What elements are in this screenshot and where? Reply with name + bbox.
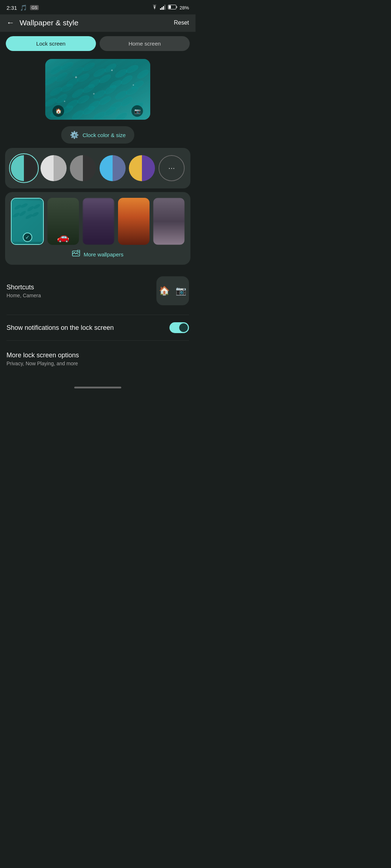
svg-rect-2	[163, 6, 164, 10]
svg-point-65	[73, 252, 75, 254]
spotify-icon: 🎵	[20, 4, 27, 11]
clock-color-label: Clock color & size	[83, 132, 126, 138]
more-colors-button[interactable]: ···	[159, 155, 185, 181]
home-shortcut-icon: 🏠	[52, 105, 64, 117]
color-option-1[interactable]	[11, 155, 37, 181]
shortcuts-text: Shortcuts Home, Camera	[7, 284, 41, 298]
svg-rect-6	[176, 6, 177, 8]
wallpaper-grid-section: ✓ 🚗	[5, 192, 190, 265]
color-option-2[interactable]	[41, 155, 67, 181]
svg-text:✦: ✦	[63, 100, 66, 103]
signal-icon	[160, 5, 166, 11]
shortcuts-icons-box[interactable]: 🏠 📷	[156, 276, 189, 305]
svg-text:✦: ✦	[110, 68, 113, 72]
wallpaper-thumb-1[interactable]: ✓	[11, 198, 44, 245]
wallpaper-grid: ✓ 🚗	[11, 198, 185, 245]
wallpaper-preview-wrap: ✦ ✦ ✦ ✦ ✦ 🏠 📷	[0, 55, 196, 122]
more-wallpapers-label: More wallpapers	[84, 251, 123, 258]
battery-icon	[168, 5, 177, 10]
bottom-bar	[0, 381, 196, 393]
home-icon: 🏠	[159, 286, 170, 296]
back-button[interactable]: ←	[7, 18, 14, 27]
palette-row: ···	[11, 155, 185, 181]
toggle-knob	[179, 323, 188, 332]
tab-home-screen[interactable]: Home screen	[100, 36, 190, 51]
status-bar: 2:31 🎵 GS	[0, 0, 196, 14]
wifi-icon	[151, 5, 158, 11]
tab-bar: Lock screen Home screen	[0, 32, 196, 55]
shortcuts-section: Shortcuts Home, Camera 🏠 📷	[7, 271, 189, 311]
color-palette-section: ···	[5, 148, 190, 188]
status-left: 2:31 🎵 GS	[7, 4, 39, 11]
svg-rect-1	[161, 7, 163, 10]
status-icons: 28%	[151, 5, 189, 11]
svg-rect-0	[160, 8, 161, 10]
top-bar-left: ← Wallpaper & style	[7, 18, 79, 27]
notifications-toggle[interactable]	[169, 322, 189, 333]
wallpaper-thumb-4[interactable]	[118, 198, 150, 245]
notifications-label: Show notifications on the lock screen	[7, 323, 114, 332]
svg-text:✦: ✦	[74, 75, 78, 80]
tab-lock-screen[interactable]: Lock screen	[6, 36, 96, 51]
color-option-5[interactable]	[129, 155, 155, 181]
clock-color-button[interactable]: ⚙️ Clock color & size	[61, 126, 134, 144]
more-wallpapers-icon	[72, 250, 80, 259]
more-lock-screen-title: More lock screen options	[7, 352, 189, 359]
gs-icon: GS	[30, 5, 39, 10]
shortcuts-subtitle: Home, Camera	[7, 293, 41, 298]
more-wallpapers-button[interactable]: More wallpapers	[11, 250, 185, 259]
svg-text:✦: ✦	[132, 84, 135, 87]
time-display: 2:31	[7, 5, 17, 11]
more-lock-screen-subtitle: Privacy, Now Playing, and more	[7, 361, 189, 366]
battery-percent: 28%	[180, 5, 189, 10]
wallpaper-preview[interactable]: ✦ ✦ ✦ ✦ ✦ 🏠 📷	[45, 59, 150, 120]
wallpaper-thumb-3[interactable]	[83, 198, 114, 245]
camera-icon: 📷	[176, 286, 186, 296]
svg-text:✦: ✦	[92, 92, 95, 96]
home-pill[interactable]	[74, 387, 121, 388]
page-title: Wallpaper & style	[20, 18, 79, 27]
color-option-4[interactable]	[100, 155, 126, 181]
reset-button[interactable]: Reset	[174, 20, 189, 26]
camera-shortcut-icon: 📷	[131, 105, 143, 117]
wallpaper-thumb-2[interactable]: 🚗	[47, 198, 79, 245]
color-option-3[interactable]	[70, 155, 96, 181]
notifications-toggle-section: Show notifications on the lock screen	[7, 315, 189, 341]
gear-icon: ⚙️	[70, 131, 79, 139]
shortcuts-title: Shortcuts	[7, 284, 41, 291]
svg-rect-5	[169, 5, 171, 9]
more-lock-screen-section[interactable]: More lock screen options Privacy, Now Pl…	[7, 344, 189, 374]
wallpaper-shortcut-icons: 🏠 📷	[45, 105, 150, 117]
svg-rect-3	[164, 5, 165, 10]
top-bar: ← Wallpaper & style Reset	[0, 14, 196, 32]
wallpaper-thumb-5[interactable]	[153, 198, 185, 245]
